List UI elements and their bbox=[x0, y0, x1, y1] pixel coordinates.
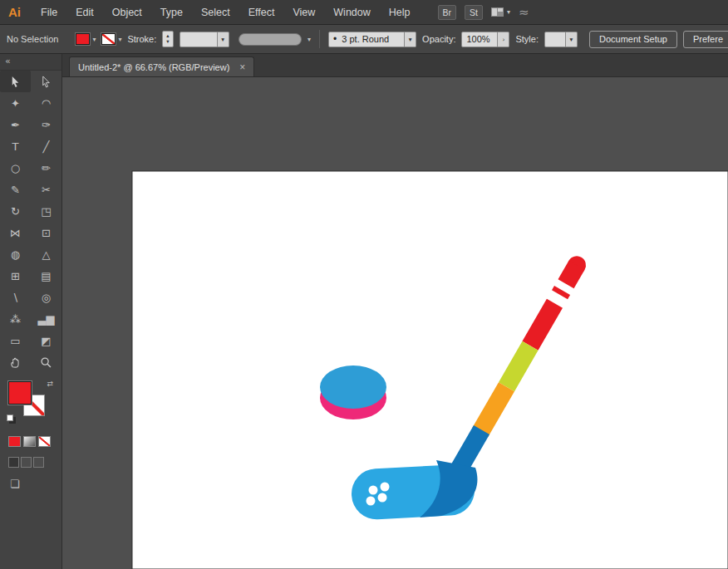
chevron-down-icon[interactable]: ▾ bbox=[405, 32, 416, 47]
graphic-style-value[interactable] bbox=[544, 32, 566, 47]
fill-color-swatch[interactable] bbox=[76, 33, 90, 45]
shape-builder-tool[interactable]: ◍ bbox=[0, 243, 31, 265]
stroke-weight-stepper[interactable]: ▴▾ bbox=[162, 31, 173, 47]
fill-color-dropdown[interactable]: ▾ bbox=[76, 33, 96, 45]
stroke-label: Stroke: bbox=[127, 34, 156, 44]
stroke-weight-dropdown[interactable]: ▾ bbox=[180, 32, 229, 47]
line-segment-tool[interactable]: ╱ bbox=[31, 135, 61, 157]
app-logo-icon: Ai bbox=[0, 5, 32, 19]
tools-panel: « ✦◠✒✑T╱○✏✎✂↻◳⋈⊡◍△⊞▤∖◎⁂▃▆▭◩ ⇄ ❏ bbox=[0, 54, 62, 569]
stroke-weight-value[interactable] bbox=[180, 32, 218, 47]
menu-bar: Ai FileEditObjectTypeSelectEffectViewWin… bbox=[0, 0, 728, 25]
puck-top[interactable] bbox=[320, 365, 386, 409]
menu-window[interactable]: Window bbox=[324, 7, 379, 18]
document-tab-title: Untitled-2* @ 66.67% (RGB/Preview) bbox=[78, 62, 229, 72]
artboard-tool[interactable]: ▭ bbox=[0, 330, 31, 351]
canvas-svg bbox=[62, 77, 728, 569]
sync-icon[interactable]: ≈ bbox=[519, 5, 529, 20]
rotate-tool[interactable]: ↻ bbox=[0, 200, 31, 222]
hand-tool[interactable] bbox=[0, 351, 31, 373]
control-bar: No Selection ▾ ▾ Stroke: ▴▾ ▾ ▾ •3 pt. R… bbox=[0, 25, 728, 54]
chevron-down-icon[interactable]: ▾ bbox=[218, 32, 229, 47]
stock-button[interactable]: St bbox=[465, 5, 483, 20]
type-tool[interactable]: T bbox=[0, 135, 31, 157]
pencil-tool[interactable]: ✎ bbox=[0, 179, 31, 200]
column-graph-tool[interactable]: ▃▆ bbox=[31, 308, 61, 330]
brush-definition-value: 3 pt. Round bbox=[342, 34, 389, 44]
menu-list: FileEditObjectTypeSelectEffectViewWindow… bbox=[32, 7, 420, 18]
menu-select[interactable]: Select bbox=[192, 7, 239, 18]
menu-bar-right: Br St ▾ ≈ bbox=[438, 5, 529, 20]
curvature-pen-tool[interactable]: ✑ bbox=[31, 114, 61, 135]
chevron-down-icon[interactable]: ▾ bbox=[118, 36, 121, 43]
menu-type[interactable]: Type bbox=[151, 7, 192, 18]
scissors-tool[interactable]: ✂ bbox=[31, 179, 61, 200]
drawing-mode-buttons bbox=[8, 457, 61, 468]
document-tab[interactable]: Untitled-2* @ 66.67% (RGB/Preview) × bbox=[69, 56, 254, 76]
chevron-down-icon[interactable]: ▾ bbox=[307, 36, 311, 43]
chevron-down-icon[interactable]: ▾ bbox=[566, 32, 578, 47]
brush-preview-dot: • bbox=[333, 33, 337, 45]
brush-definition-dropdown[interactable]: •3 pt. Round ▾ bbox=[328, 32, 416, 47]
collapse-panel-button[interactable]: « bbox=[0, 54, 61, 71]
menu-object[interactable]: Object bbox=[103, 7, 151, 18]
magic-wand-tool[interactable]: ✦ bbox=[0, 92, 31, 114]
illustrator-window: Ai FileEditObjectTypeSelectEffectViewWin… bbox=[0, 0, 728, 569]
graphic-style-dropdown[interactable]: ▾ bbox=[544, 32, 578, 47]
chevron-down-icon[interactable]: ▾ bbox=[92, 36, 96, 43]
gradient-button[interactable] bbox=[23, 436, 36, 447]
document-setup-button[interactable]: Document Setup bbox=[589, 31, 677, 48]
slice-tool[interactable]: ◩ bbox=[31, 330, 61, 351]
lasso-tool[interactable]: ◠ bbox=[31, 92, 61, 114]
screen-mode-button[interactable]: ❏ bbox=[10, 478, 61, 490]
chevron-right-icon[interactable]: › bbox=[498, 32, 509, 47]
stroke-color-dropdown[interactable]: ▾ bbox=[101, 33, 121, 45]
tool-grid: ✦◠✒✑T╱○✏✎✂↻◳⋈⊡◍△⊞▤∖◎⁂▃▆▭◩ bbox=[0, 71, 61, 373]
tab-close-icon[interactable]: × bbox=[239, 62, 245, 72]
fill-swatch[interactable] bbox=[8, 381, 32, 405]
bridge-button[interactable]: Br bbox=[438, 5, 457, 20]
menu-file[interactable]: File bbox=[32, 7, 66, 18]
blade-dot-3 bbox=[366, 497, 376, 506]
menu-edit[interactable]: Edit bbox=[66, 7, 103, 18]
direct-selection-tool[interactable] bbox=[31, 71, 61, 92]
draw-normal-button[interactable] bbox=[8, 457, 19, 468]
mesh-tool[interactable]: ⊞ bbox=[0, 265, 31, 287]
selection-status: No Selection bbox=[7, 34, 58, 44]
stroke-color-swatch[interactable] bbox=[101, 33, 116, 45]
width-profile-dropdown[interactable] bbox=[239, 33, 303, 46]
ellipse-tool[interactable]: ○ bbox=[0, 157, 31, 179]
fill-stroke-indicator: ⇄ bbox=[7, 380, 55, 423]
perspective-grid-tool[interactable]: △ bbox=[31, 243, 61, 265]
none-button[interactable] bbox=[38, 436, 51, 447]
color-button[interactable] bbox=[8, 436, 21, 447]
puck[interactable] bbox=[320, 365, 386, 419]
canvas-area[interactable] bbox=[62, 77, 728, 569]
chevron-down-icon: ▾ bbox=[507, 8, 510, 16]
eyedropper-tool[interactable]: ∖ bbox=[0, 287, 31, 308]
draw-behind-button[interactable] bbox=[21, 457, 32, 468]
menu-view[interactable]: View bbox=[283, 7, 324, 18]
brush-definition-field[interactable]: •3 pt. Round bbox=[328, 32, 405, 47]
scale-tool[interactable]: ◳ bbox=[31, 200, 61, 222]
zoom-tool[interactable] bbox=[31, 351, 61, 373]
free-transform-tool[interactable]: ⊡ bbox=[31, 222, 61, 243]
workspace-grid-icon bbox=[491, 7, 504, 17]
blade-dot-4 bbox=[378, 493, 387, 503]
blend-tool[interactable]: ◎ bbox=[31, 287, 61, 308]
workspace-switcher[interactable]: ▾ bbox=[491, 7, 510, 17]
swap-fill-stroke-icon[interactable]: ⇄ bbox=[47, 380, 53, 388]
draw-inside-button[interactable] bbox=[33, 457, 44, 468]
opacity-control[interactable]: 100% › bbox=[461, 32, 509, 47]
pen-tool[interactable]: ✒ bbox=[0, 114, 31, 135]
menu-effect[interactable]: Effect bbox=[239, 7, 284, 18]
menu-help[interactable]: Help bbox=[380, 7, 420, 18]
gradient-tool[interactable]: ▤ bbox=[31, 265, 61, 287]
default-fill-stroke-icon[interactable] bbox=[7, 414, 13, 421]
selection-tool[interactable] bbox=[0, 71, 31, 92]
opacity-input[interactable]: 100% bbox=[461, 32, 498, 47]
width-tool[interactable]: ⋈ bbox=[0, 222, 31, 243]
paintbrush-tool[interactable]: ✏ bbox=[31, 157, 61, 179]
symbol-sprayer-tool[interactable]: ⁂ bbox=[0, 308, 31, 330]
preferences-button[interactable]: Prefere bbox=[683, 31, 728, 48]
